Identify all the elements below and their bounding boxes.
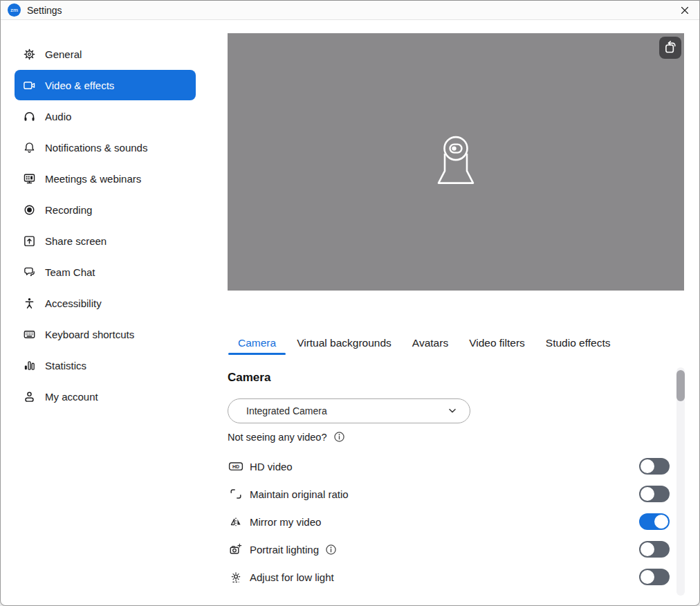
sidebar-item-label: My account [45,391,98,403]
chevron-down-icon [446,405,459,417]
toggle-label: Portrait lighting [250,544,319,556]
toggle-knob [654,515,668,529]
sidebar-item-accessibility[interactable]: Accessibility [15,288,196,318]
sidebar-item-general[interactable]: General [15,39,196,69]
toggle-row-hd-video: HDHD video [228,452,684,480]
sidebar-item-label: Video & effects [45,80,114,91]
ratio-icon [228,487,244,501]
toggle-label: Adjust for low light [250,571,334,583]
toggle-label: HD video [250,461,293,472]
sidebar-item-label: Notifications & sounds [45,142,147,154]
video-tabs: CameraVirtual backgroundsAvatarsVideo fi… [228,333,620,354]
zoom-logo-icon: zm [8,3,21,17]
toggle-row-adjust-for-low-light: Adjust for low light [228,563,684,591]
record-icon [23,203,36,217]
headphones-icon [23,110,36,123]
account-icon [23,390,36,403]
sidebar-item-team-chat[interactable]: Team Chat [15,257,196,287]
maintain-original-ratio-toggle[interactable] [639,486,670,502]
hd-video-toggle[interactable] [639,458,670,475]
sidebar-item-meetings-webinars[interactable]: Meetings & webinars [15,163,196,194]
video-preview [228,33,684,291]
sidebar-item-audio[interactable]: Audio [15,101,196,131]
bell-icon [23,141,36,154]
sidebar-item-label: Statistics [45,360,86,371]
sidebar-item-label: Accessibility [45,297,102,309]
tab-camera[interactable]: Camera [228,333,286,354]
sidebar-item-label: Keyboard shortcuts [45,329,134,340]
close-button[interactable] [676,2,694,19]
settings-window: zm Settings GeneralVideo & effectsAudioN… [0,0,700,606]
sidebar-item-label: General [45,48,82,60]
sidebar-item-label: Meetings & webinars [45,173,141,185]
mirror-my-video-toggle[interactable] [639,513,670,530]
toggle-row-mirror-my-video: Mirror my video [228,508,684,535]
portrait-lighting-info-icon[interactable] [325,544,337,556]
svg-text:HD: HD [232,464,239,469]
accessibility-icon [23,297,36,310]
statistics-icon [23,359,36,372]
camera-help-row: Not seeing any video? [228,431,345,443]
sidebar-item-recording[interactable]: Recording [15,194,196,225]
portrait-lighting-toggle[interactable] [639,541,670,558]
tab-video-filters[interactable]: Video filters [459,333,535,354]
video-settings-panel: CameraVirtual backgroundsAvatarsVideo fi… [228,20,700,606]
rotate-preview-button[interactable] [659,37,681,59]
hd-icon: HD [228,459,244,473]
keyboard-icon [23,328,36,341]
webcam-icon [424,130,488,192]
toggle-label: Mirror my video [250,516,321,528]
settings-sidebar: GeneralVideo & effectsAudioNotifications… [1,20,228,412]
camera-select[interactable]: Integrated Camera [228,398,470,423]
camera-select-value: Integrated Camera [246,405,327,416]
gear-icon [23,48,36,61]
scrollbar-thumb[interactable] [676,370,685,401]
close-icon [679,4,691,17]
toggle-label: Maintain original ratio [250,488,349,500]
sidebar-item-label: Team Chat [45,266,95,278]
sidebar-item-keyboard-shortcuts[interactable]: Keyboard shortcuts [15,319,196,349]
scrollbar-track[interactable] [676,367,685,596]
adjust-for-low-light-toggle[interactable] [639,569,670,585]
tab-studio-effects[interactable]: Studio effects [535,333,621,354]
share-screen-icon [23,235,36,248]
sidebar-item-my-account[interactable]: My account [15,381,196,412]
sidebar-item-label: Audio [45,111,71,122]
video-camera-icon [23,79,36,92]
tab-avatars[interactable]: Avatars [402,333,459,354]
rotate-icon [661,38,680,57]
title-bar: zm Settings [1,1,699,20]
toggle-knob [641,459,654,473]
low-light-icon [228,570,244,584]
mirror-icon [228,515,244,529]
portrait-lighting-icon [228,542,244,556]
toggle-row-portrait-lighting: Portrait lighting [228,535,684,563]
meeting-screen-icon [23,172,36,185]
camera-section-heading: Camera [228,371,270,385]
camera-toggle-list: HDHD videoMaintain original ratioMirror … [228,452,684,591]
sidebar-item-label: Recording [45,204,92,216]
sidebar-item-video-effects[interactable]: Video & effects [15,70,196,100]
sidebar-item-label: Share screen [45,235,107,247]
window-title: Settings [27,5,62,16]
sidebar-item-share-screen[interactable]: Share screen [15,226,196,256]
camera-help-info-icon[interactable] [333,431,345,443]
toggle-row-maintain-original-ratio: Maintain original ratio [228,480,684,508]
toggle-knob [641,487,654,501]
sidebar-item-statistics[interactable]: Statistics [15,350,196,380]
chat-icon [23,266,36,279]
tab-virtual-backgrounds[interactable]: Virtual backgrounds [286,333,402,354]
sidebar-item-notifications-sounds[interactable]: Notifications & sounds [15,132,196,163]
camera-help-link[interactable]: Not seeing any video? [228,432,327,443]
toggle-knob [641,542,654,556]
toggle-knob [641,570,654,584]
